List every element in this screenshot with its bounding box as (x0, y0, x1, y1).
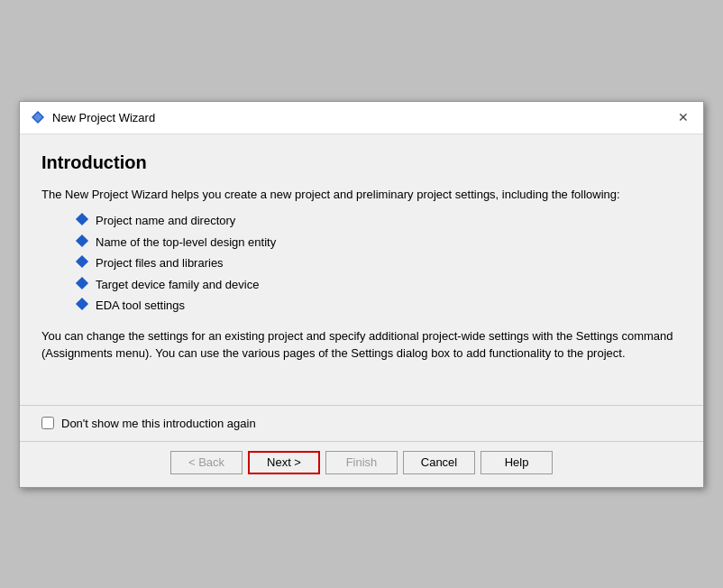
bullet-diamond-icon (76, 255, 88, 268)
list-item: EDA tool settings (41, 297, 682, 315)
bullet-diamond-icon (76, 213, 88, 225)
dont-show-checkbox[interactable] (41, 417, 54, 429)
back-button[interactable]: < Back (170, 451, 243, 474)
bullet-diamond-icon (76, 234, 88, 246)
list-item: Target device family and device (41, 276, 682, 294)
bullet-diamond-icon (76, 276, 88, 289)
list-item-text: Name of the top-level design entity (96, 234, 276, 252)
dialog: New Project Wizard ✕ Introduction The Ne… (19, 101, 704, 488)
next-button[interactable]: Next > (248, 451, 320, 474)
help-button[interactable]: Help (480, 451, 553, 474)
checkbox-area: Don't show me this introduction again (20, 405, 703, 441)
dont-show-label[interactable]: Don't show me this introduction again (61, 417, 256, 430)
list-item: Project name and directory (41, 212, 682, 230)
finish-button[interactable]: Finish (325, 451, 398, 474)
footer-paragraph: You can change the settings for an exist… (41, 327, 682, 363)
list-item-text: Project name and directory (96, 212, 235, 230)
list-item-text: Project files and libraries (96, 254, 224, 272)
title-bar-title: New Project Wizard (52, 111, 674, 124)
close-button[interactable]: ✕ (674, 108, 692, 126)
page-heading: Introduction (41, 152, 682, 173)
intro-paragraph: The New Project Wizard helps you create … (41, 186, 682, 204)
bullet-diamond-icon (76, 298, 88, 310)
content-area: Introduction The New Project Wizard help… (20, 134, 703, 405)
list-item: Name of the top-level design entity (41, 234, 682, 252)
cancel-button[interactable]: Cancel (403, 451, 475, 474)
button-bar: < Back Next > Finish Cancel Help (20, 441, 703, 487)
bullet-list: Project name and directory Name of the t… (41, 212, 682, 315)
list-item: Project files and libraries (41, 254, 682, 272)
list-item-text: EDA tool settings (96, 297, 185, 315)
title-bar: New Project Wizard ✕ (20, 102, 703, 134)
list-item-text: Target device family and device (96, 276, 259, 294)
wizard-icon (31, 110, 45, 124)
